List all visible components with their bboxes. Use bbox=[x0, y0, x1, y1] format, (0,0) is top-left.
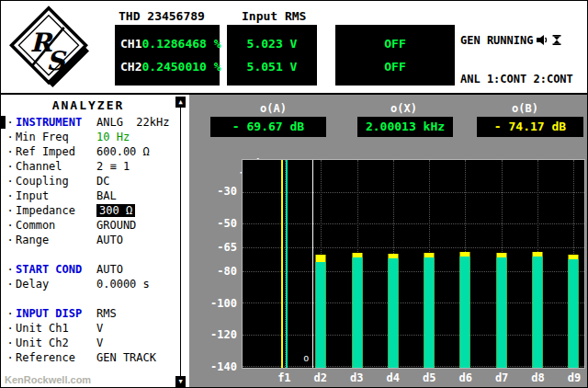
menu-item-label: Impedance bbox=[16, 203, 96, 218]
marker-b-value: - 74.17 dB bbox=[494, 120, 566, 133]
gen-status-text: GEN RUNNING bbox=[460, 34, 533, 47]
ch1-label: CH1 bbox=[120, 37, 141, 51]
thd-readout-box: CH1 0.1286468 % CH2 0.2450010 % bbox=[115, 25, 220, 86]
menu-item-value: DC bbox=[96, 175, 109, 188]
harmonic-bar-d3-thd-ch2 bbox=[352, 257, 362, 368]
y-tick-label: -30 bbox=[204, 185, 237, 198]
menu-item-impedance[interactable]: ·Impedance300 Ω bbox=[5, 203, 174, 218]
menu-item-reference[interactable]: ·ReferenceGEN TRACK bbox=[5, 350, 174, 365]
scroll-down-arrow-icon[interactable]: ▼ bbox=[175, 376, 186, 387]
plot-area: o bbox=[242, 159, 585, 369]
menu-item-value: V bbox=[96, 337, 103, 349]
bullet-icon: · bbox=[5, 203, 16, 218]
aux-value-1: OFF bbox=[384, 37, 405, 51]
menu-item-value: 10 Hz bbox=[96, 131, 130, 143]
x-tick-label: d2 bbox=[314, 371, 327, 384]
menu-item-value: GROUND bbox=[96, 219, 136, 232]
bullet-icon: · bbox=[5, 218, 16, 233]
aux-value-2: OFF bbox=[384, 60, 405, 74]
y-tick-label: -140 bbox=[204, 360, 237, 373]
fundamental-line-thd-ch2 bbox=[286, 160, 288, 368]
x-tick-label: d6 bbox=[458, 371, 471, 384]
bullet-icon: · bbox=[5, 336, 16, 350]
menu-item-label: Min Freq bbox=[16, 130, 96, 144]
marker-x-value-box: 2.00013 kHz bbox=[357, 117, 453, 137]
thd-ch1-value: 0.1286468 % bbox=[141, 37, 220, 51]
menu-item-range[interactable]: ·RangeAUTO bbox=[5, 233, 174, 247]
menu-item-start-cond[interactable]: ·START CONDAUTO bbox=[5, 262, 174, 277]
menu-item-input[interactable]: ·InputBAL bbox=[5, 188, 174, 203]
menu-item-ref-imped[interactable]: ·Ref Imped600.00 Ω bbox=[5, 144, 174, 159]
menu-item-instrument[interactable]: ·INSTRUMENTANLG 22kHz bbox=[5, 115, 174, 130]
menu-item-value: 0.0000 s bbox=[96, 278, 150, 291]
input-rms-title: Input RMS bbox=[242, 9, 306, 23]
x-tick-label: d9 bbox=[568, 371, 581, 384]
x-tick-label: d5 bbox=[423, 371, 435, 384]
x-tick-label: d4 bbox=[387, 371, 400, 384]
marker-b-label: o(B) bbox=[512, 102, 538, 115]
menu-item-label: Coupling bbox=[16, 174, 96, 188]
aux-row-2: OFF bbox=[341, 60, 449, 74]
y-tick-label: -100 bbox=[204, 297, 237, 310]
x-axis-labels: f1d2d3d4d5d6d7d8d9 bbox=[242, 371, 585, 384]
header-section: R S THD 23456789 CH1 0.1286468 % CH2 0.2… bbox=[1, 1, 588, 93]
menu-item-value: 300 Ω bbox=[96, 204, 135, 217]
menu-item-input-disp[interactable]: ·INPUT DISPRMS bbox=[5, 306, 174, 321]
bullet-icon: · bbox=[5, 115, 16, 130]
menu-item-coupling[interactable]: ·CouplingDC bbox=[5, 174, 174, 188]
bullet-icon: · bbox=[5, 174, 16, 188]
ch2-label: CH2 bbox=[120, 60, 141, 74]
menu-item-common[interactable]: ·CommonGROUND bbox=[5, 218, 174, 233]
bullet-icon: · bbox=[5, 159, 16, 174]
instrument-screen: R S THD 23456789 CH1 0.1286468 % CH2 0.2… bbox=[0, 0, 588, 388]
analyzer-panel: ANALYZER ·INSTRUMENTANLG 22kHz·Min Freq1… bbox=[1, 93, 189, 388]
bullet-icon: · bbox=[5, 262, 16, 277]
menu-item-label: INSTRUMENT bbox=[16, 115, 96, 130]
menu-item-channel[interactable]: ·Channel2 ≡ 1 bbox=[5, 159, 174, 174]
rs-logo-graphic: R S bbox=[8, 5, 89, 89]
rms-ch2-value: 5.051 V bbox=[247, 60, 298, 74]
bullet-icon: · bbox=[5, 321, 16, 336]
measurement-display-panel: o(A) o(X) o(B) - 69.67 dB 2.00013 kHz - … bbox=[189, 93, 588, 388]
marker-a-label: o(A) bbox=[260, 102, 287, 115]
rms-ch1-row: 5.023 V bbox=[232, 37, 311, 51]
menu-item-value: ANLG 22kHz bbox=[96, 116, 169, 129]
svg-text:S: S bbox=[46, 46, 67, 76]
menu-item-label: Delay bbox=[16, 277, 96, 291]
gen-status-line: GEN RUNNING bbox=[460, 34, 573, 47]
menu-item-min-freq[interactable]: ·Min Freq10 Hz bbox=[5, 130, 174, 144]
thd-ch2-row: CH2 0.2450010 % bbox=[120, 60, 214, 74]
x-tick-label: d3 bbox=[350, 371, 363, 384]
y-tick-label: -80 bbox=[204, 265, 237, 278]
menu-item-unit-ch1[interactable]: ·Unit Ch1V bbox=[5, 321, 174, 336]
marker-symbol: o bbox=[303, 354, 309, 363]
fundamental-line-thd-ch1 bbox=[281, 160, 283, 368]
x-tick-label: f1 bbox=[277, 371, 290, 384]
y-tick-label: -50 bbox=[204, 217, 237, 230]
y-tick-label: -120 bbox=[204, 328, 237, 341]
scrollbar-track[interactable] bbox=[180, 97, 181, 387]
menu-item-delay[interactable]: ·Delay0.0000 s bbox=[5, 277, 174, 291]
menu-item-value: RMS bbox=[96, 307, 117, 320]
analyzer-panel-title: ANALYZER bbox=[1, 98, 175, 112]
scroll-up-arrow-icon[interactable]: ▲ bbox=[175, 97, 186, 108]
menu-item-value: AUTO bbox=[96, 234, 123, 246]
y-axis-labels: -30-50-65-80-100-120-140 bbox=[204, 159, 237, 369]
x-tick-label: d7 bbox=[495, 371, 508, 384]
menu-item-value: 2 ≡ 1 bbox=[96, 160, 130, 173]
speaker-icon bbox=[537, 35, 548, 48]
thd-readout-title: THD 23456789 bbox=[119, 9, 205, 23]
menu-item-label: START COND bbox=[16, 262, 96, 277]
menu-item-unit-ch2[interactable]: ·Unit Ch2V bbox=[5, 336, 174, 350]
menu-item-label: Channel bbox=[16, 159, 96, 174]
menu-item-value: BAL bbox=[96, 189, 117, 202]
menu-item-value: AUTO bbox=[96, 263, 123, 276]
harmonic-bar-d7-thd-ch2 bbox=[496, 257, 506, 368]
rms-ch2-row: 5.051 V bbox=[232, 60, 311, 74]
scrollbar[interactable]: ▲ ▼ bbox=[175, 97, 186, 387]
bullet-icon: · bbox=[5, 233, 16, 247]
menu-item-label: Unit Ch1 bbox=[16, 321, 96, 336]
menu-item-label: Reference bbox=[16, 350, 96, 365]
bullet-icon: · bbox=[5, 144, 16, 159]
thd-ch2-value: 0.2450010 % bbox=[141, 60, 220, 74]
